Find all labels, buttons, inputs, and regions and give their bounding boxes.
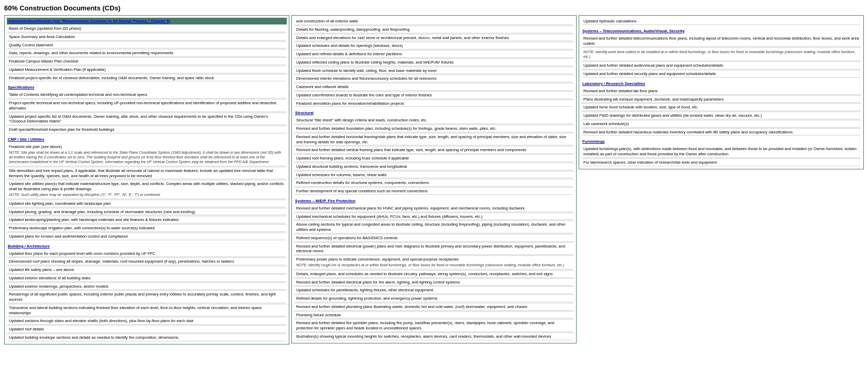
table-row: Updated reflected ceiling plans to illus… <box>294 59 574 67</box>
table-row: Updated project-specific list of O&M doc… <box>7 113 287 127</box>
table-row: Finalized Campus Master Plan checklist <box>7 58 287 66</box>
col3-top-table: Updated hydraulic calculations <box>581 18 861 26</box>
table-row: Revised and further detailed mechanical … <box>294 205 574 213</box>
table-row: Updated and further detailed audio/visua… <box>581 62 861 70</box>
table-row: and construction of all exterior walls <box>294 18 574 26</box>
table-row: NOTE: Identify work area outlets to be i… <box>581 48 861 62</box>
table-row: Preliminary landscape irrigation plan, w… <box>7 225 287 233</box>
table-row: Revised and further detailed telecommuni… <box>581 35 861 48</box>
col2-top-table: and construction of all exterior walls D… <box>294 18 574 107</box>
telecom-header: Systems – Telecommunications, Audio/Visu… <box>581 28 861 34</box>
table-row: Updated roof details <box>7 326 287 334</box>
table-row: Updated floor plans for each proposed le… <box>7 250 287 258</box>
lab-header: Laboratory / Research Specialties <box>581 80 861 87</box>
column-1: Administrative/General (see "Requirement… <box>4 15 289 344</box>
table-row: Above-ceiling sections for typical and c… <box>294 221 574 235</box>
page-title: 60% Construction Documents (CDs) <box>4 4 864 12</box>
furnishings-header: Furnishings <box>581 138 861 145</box>
table-row: Refined construction details for structu… <box>294 179 574 188</box>
mep-table: Revised and further detailed mechanical … <box>294 205 574 341</box>
table-row: Finalized project-specific list of close… <box>7 75 287 82</box>
building-table: Updated floor plans for each proposed le… <box>7 250 287 342</box>
table-row: Updated schedules for panelboards, light… <box>294 287 574 295</box>
table-row: Table of Contents identifying all contem… <box>7 91 287 100</box>
table-row: Updated mechanical schedules for equipme… <box>294 213 574 221</box>
table-row: Data, reports, drawings, and other docum… <box>7 50 287 58</box>
table-row: Lab casework schedule(s) <box>581 120 861 129</box>
table-row: Updated exterior elevations of all build… <box>7 275 287 283</box>
table-row: Updated roof framing plans, including tr… <box>294 155 574 163</box>
table-row: Site demolition and tree impact plans, i… <box>7 167 287 181</box>
table-row: Illustration(s) showing typical mounting… <box>294 333 574 341</box>
furnishings-table: Updated furnishings plan(s), with distin… <box>581 145 861 166</box>
cmp-table: Finalized site plan (see above) NOTE: Si… <box>7 143 287 241</box>
table-row: Details for flashing, waterproofing, dam… <box>294 26 574 34</box>
table-row: Updated hydraulic calculations <box>581 18 861 26</box>
table-row: Updated schedules and details for openin… <box>294 42 574 51</box>
specifications-header: Specifications <box>7 84 287 91</box>
table-row: Updated and refined details & definition… <box>294 51 574 59</box>
table-row: Refined details for grounding, lightning… <box>294 295 574 303</box>
page-container: 60% Construction Documents (CDs) Adminis… <box>0 0 868 349</box>
column-3: Updated hydraulic calculations Systems –… <box>579 15 864 169</box>
table-row: Structural "title sheet" with design cri… <box>294 117 574 125</box>
table-row: Basis of Design (updated from DD phase) <box>7 25 287 33</box>
table-row: Revised and further detailed hazardous m… <box>581 129 861 137</box>
table-row: Updated site utilities plan(s) that indi… <box>7 180 287 200</box>
table-row: Revised and further detailed vertical fr… <box>294 146 574 155</box>
table-row: Updated landscaping/planting plan, with … <box>7 216 287 225</box>
table-row: Updated life safety plans – see above <box>7 266 287 275</box>
table-row: Transverse and lateral building sections… <box>7 304 287 318</box>
cmp-header: CMP / Site / Utilities <box>7 136 287 143</box>
table-row: Updated schedules for columns, beams, sh… <box>294 171 574 180</box>
table-row: Revised and further detailed electrical … <box>294 279 574 287</box>
table-row: Quality Control statement <box>7 42 287 50</box>
table-row: Dimensioned interior elevations and fixt… <box>294 75 574 83</box>
table-row: For lab/research spaces, clear indicatio… <box>581 159 861 167</box>
table-row: Updated Measurement & Verification Plan … <box>7 66 287 75</box>
table-row: Casework and millwork details <box>294 83 574 92</box>
structural-header: Structural <box>294 109 574 116</box>
table-row: Further development of any special condi… <box>294 188 574 195</box>
table-row: Finalized demolition plans for renovatio… <box>294 100 574 108</box>
table-row: Revised and further detailed plumbing pl… <box>294 303 574 312</box>
building-header: Building / Architecture <box>7 243 287 250</box>
table-row: Updated sections through stairs and elev… <box>7 317 287 326</box>
table-row: Details, enlarged plans, and schedules a… <box>294 270 574 279</box>
table-row: Updated furnishings plan(s), with distin… <box>581 145 861 159</box>
table-row: Updated plans for erosion and sedimentat… <box>7 233 287 241</box>
table-row: Revised and further detailed horizontal … <box>294 133 574 147</box>
table-row: Revised and further detailed fire sprink… <box>294 319 574 333</box>
table-row: Details and enlarged elevations for cast… <box>294 34 574 43</box>
table-row: Revised and further detailed electrical … <box>294 243 574 256</box>
admin-header: Administrative/General (see "Requirement… <box>7 18 287 24</box>
table-row: Finalized site plan (see above) NOTE: Si… <box>7 143 287 167</box>
table-row: Updated and further detailed security pl… <box>581 70 861 78</box>
table-row: Refined sequence(s) of operations for BA… <box>294 235 574 243</box>
table-row: Renderings of all significant public spa… <box>7 291 287 304</box>
column-2: and construction of all exterior walls D… <box>291 15 577 343</box>
table-row: Draft special/threshold inspection plan … <box>7 126 287 134</box>
table-row: Updated color/finishes boards to illustr… <box>294 92 574 100</box>
columns-wrapper: Administrative/General (see "Requirement… <box>4 15 864 344</box>
specifications-table: Table of Contents identifying all contem… <box>7 91 287 134</box>
admin-header-link[interactable]: Administrative/General (see "Requirement… <box>8 19 170 23</box>
structural-table: Structural "title sheet" with design cri… <box>294 117 574 195</box>
table-row: Project-specific technical and non-techn… <box>7 100 287 113</box>
table-row: Plumbing fixture schedule <box>294 312 574 320</box>
table-row: Updated site lighting plan, coordinated … <box>7 200 287 208</box>
table-row: Space Summary and Area Calculation <box>7 33 287 42</box>
mep-header: Systems – M/E/P, Fire Protection <box>294 198 574 204</box>
lab-table: Revised and further detailed lab floor p… <box>581 88 861 137</box>
table-row: Updated P&ID drawings for distributed ga… <box>581 112 861 120</box>
table-row: Dimensioned roof plans showing all slope… <box>7 258 287 266</box>
table-row: Revised and further detailed foundation … <box>294 125 574 133</box>
table-row: Updated exterior renderings, perspective… <box>7 283 287 291</box>
table-row: Updated fume hood schedule with location… <box>581 104 861 112</box>
table-row: Updated finish schedule to identify wall… <box>294 67 574 76</box>
admin-table: Basis of Design (updated from DD phase) … <box>7 25 287 82</box>
table-row: Revised and further detailed lab floor p… <box>581 88 861 96</box>
table-row: Updated paving, grading, and drainage pl… <box>7 208 287 217</box>
table-row: Updated structural building sections, tr… <box>294 163 574 171</box>
table-row: Preliminary power plans to indicate conv… <box>294 256 574 270</box>
